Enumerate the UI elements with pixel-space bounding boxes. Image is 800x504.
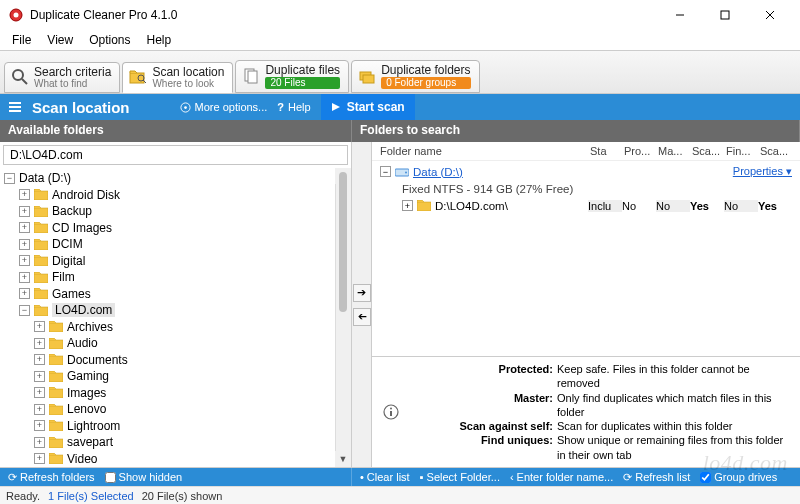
tree-item[interactable]: +DCIM — [0, 236, 333, 253]
tree-item[interactable]: +Gaming — [0, 368, 333, 385]
refresh-list-button[interactable]: ⟳Refresh list — [623, 471, 690, 484]
help-button[interactable]: ? Help — [277, 101, 310, 113]
tree-item[interactable]: +Video — [0, 451, 333, 468]
tab-label: Scan location — [152, 66, 224, 79]
svg-line-7 — [22, 79, 27, 84]
info-icon — [380, 362, 402, 462]
col-pro[interactable]: Pro... — [624, 145, 658, 157]
entry-path: D:\LO4D.com\ — [435, 200, 588, 212]
tree-item-selected[interactable]: −LO4D.com — [0, 302, 333, 319]
footer-toolbar: ⟳Refresh folders Show hidden •Clear list… — [0, 468, 800, 486]
col-sca[interactable]: Sca... — [692, 145, 726, 157]
svg-rect-27 — [34, 290, 48, 299]
refresh-icon: ⟳ — [623, 471, 632, 484]
tree-item[interactable]: +Images — [0, 385, 333, 402]
col-sca2[interactable]: Sca... — [760, 145, 794, 157]
info-key: Master: — [402, 391, 557, 420]
tree-item[interactable]: +Audio — [0, 335, 333, 352]
col-ma[interactable]: Ma... — [658, 145, 692, 157]
tab-label: Duplicate folders — [381, 64, 470, 77]
tree-item[interactable]: +Lenovo — [0, 401, 333, 418]
cell-sca2: Yes — [758, 200, 792, 212]
svg-point-1 — [14, 12, 19, 17]
scroll-thumb[interactable] — [339, 172, 347, 312]
left-pane-title: Available folders — [0, 120, 352, 142]
svg-rect-32 — [49, 373, 63, 382]
tree-item[interactable]: +Digital — [0, 253, 333, 270]
group-drives-checkbox[interactable]: Group drives — [700, 471, 777, 483]
menu-view[interactable]: View — [39, 31, 81, 49]
properties-link[interactable]: Properties ▾ — [733, 165, 792, 178]
svg-rect-14 — [363, 75, 374, 83]
tree-item[interactable]: +Lightroom — [0, 418, 333, 435]
svg-rect-37 — [49, 455, 63, 464]
cell-sta: Inclu — [588, 200, 622, 212]
tab-scan-location[interactable]: Scan locationWhere to look — [122, 62, 233, 93]
drive-icon — [395, 166, 409, 178]
tree-item[interactable]: +Android Disk — [0, 187, 333, 204]
clear-list-button[interactable]: •Clear list — [360, 471, 410, 483]
drive-row[interactable]: − Data (D:\) Properties ▾ — [380, 163, 792, 180]
start-scan-button[interactable]: Start scan — [321, 94, 415, 120]
tab-duplicate-folders[interactable]: Duplicate folders0 Folder groups — [351, 60, 479, 93]
tree-item[interactable]: +Games — [0, 286, 333, 303]
folders-icon — [358, 67, 376, 85]
tree-item[interactable]: +CD Images — [0, 220, 333, 237]
tree-item[interactable]: +Film — [0, 269, 333, 286]
path-input[interactable] — [3, 145, 348, 165]
col-fin[interactable]: Fin... — [726, 145, 760, 157]
maximize-button[interactable] — [702, 1, 747, 29]
menu-help[interactable]: Help — [139, 31, 180, 49]
tree-item[interactable]: +savepart — [0, 434, 333, 451]
main-tabs: Search criteriaWhat to find Scan locatio… — [0, 50, 800, 94]
scroll-down-icon[interactable]: ▼ — [335, 451, 351, 467]
transfer-buttons: ➔ ➔ — [352, 142, 372, 467]
left-panel: −Data (D:\) +Android Disk +Backup +CD Im… — [0, 142, 352, 467]
svg-rect-25 — [34, 257, 48, 266]
refresh-folders-button[interactable]: ⟳Refresh folders — [8, 471, 95, 484]
show-hidden-checkbox[interactable]: Show hidden — [105, 471, 183, 483]
right-pane-title: Folders to search — [352, 120, 800, 142]
col-sta[interactable]: Sta — [590, 145, 624, 157]
svg-rect-3 — [721, 11, 729, 19]
folder-tree[interactable]: −Data (D:\) +Android Disk +Backup +CD Im… — [0, 168, 351, 467]
svg-rect-26 — [34, 274, 48, 283]
tab-search-criteria[interactable]: Search criteriaWhat to find — [4, 62, 120, 93]
drive-label[interactable]: Data (D:\) — [413, 166, 463, 178]
menu-options[interactable]: Options — [81, 31, 138, 49]
svg-rect-29 — [49, 323, 63, 332]
svg-rect-34 — [49, 406, 63, 415]
select-folder-button[interactable]: ▪Select Folder... — [420, 471, 500, 483]
svg-rect-21 — [34, 191, 48, 200]
refresh-icon: ⟳ — [8, 471, 17, 484]
close-button[interactable] — [747, 1, 792, 29]
play-icon — [331, 102, 341, 112]
tree-item[interactable]: +Archives — [0, 319, 333, 336]
tree-item[interactable]: +Documents — [0, 352, 333, 369]
minimize-button[interactable] — [657, 1, 702, 29]
enter-folder-button[interactable]: ‹Enter folder name... — [510, 471, 613, 483]
svg-rect-8 — [130, 73, 144, 83]
status-selected: 1 File(s) Selected — [48, 490, 134, 502]
search-entry-row[interactable]: + D:\LO4D.com\ Inclu No No Yes No Yes — [380, 197, 792, 214]
add-folder-button[interactable]: ➔ — [353, 284, 371, 302]
titlebar: Duplicate Cleaner Pro 4.1.0 — [0, 0, 800, 30]
svg-point-6 — [13, 70, 23, 80]
status-shown: 20 File(s) shown — [142, 490, 223, 502]
pane-headers: Available folders Folders to search — [0, 120, 800, 142]
scrollbar[interactable]: ▲ ▼ — [335, 168, 351, 467]
col-folder-name[interactable]: Folder name — [380, 145, 590, 157]
menu-file[interactable]: File — [4, 31, 39, 49]
svg-rect-43 — [390, 411, 392, 416]
tree-item[interactable]: +Backup — [0, 203, 333, 220]
more-options-button[interactable]: More options... — [180, 101, 268, 113]
tab-duplicate-files[interactable]: Duplicate files20 Files — [235, 60, 349, 93]
remove-folder-button[interactable]: ➔ — [353, 308, 371, 326]
info-key: Scan against self: — [402, 419, 557, 433]
svg-rect-41 — [417, 202, 431, 211]
svg-rect-35 — [49, 422, 63, 431]
tree-root[interactable]: −Data (D:\) — [0, 170, 333, 187]
cell-ma: No — [656, 200, 690, 212]
start-scan-label: Start scan — [347, 100, 405, 114]
svg-rect-17 — [9, 110, 21, 112]
